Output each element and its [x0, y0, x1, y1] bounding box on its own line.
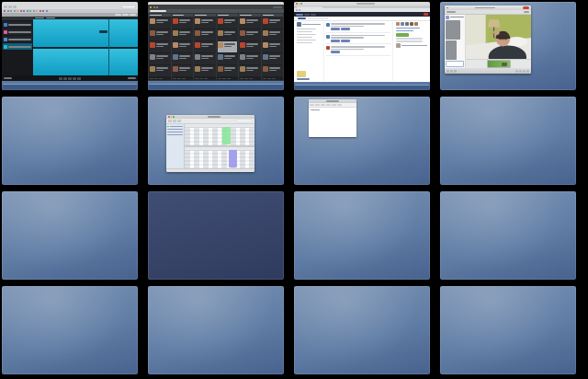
ruler-control[interactable]	[315, 104, 320, 106]
space-11-empty[interactable]	[294, 191, 430, 280]
action-button[interactable]	[331, 51, 340, 53]
friend-thumbnail[interactable]	[405, 22, 409, 26]
toolbar-icon[interactable]	[10, 10, 12, 12]
toolbar-icon[interactable]	[36, 10, 38, 12]
ruler-control[interactable]	[337, 104, 342, 106]
space-2-tweet-columns[interactable]	[148, 2, 284, 90]
self-view-thumbnail[interactable]	[487, 60, 511, 68]
toolbar-icon[interactable]	[17, 10, 18, 12]
column-header[interactable]	[262, 14, 284, 17]
space-4-video-chat[interactable]	[440, 2, 576, 90]
header-item[interactable]	[311, 14, 316, 16]
tweet-item[interactable]	[240, 41, 260, 53]
toolbar-segment[interactable]	[122, 14, 129, 17]
suggestion-link[interactable]	[396, 28, 420, 29]
friend-thumbnail[interactable]	[410, 22, 413, 26]
toolbar-icon[interactable]	[156, 6, 158, 8]
footer-button[interactable]	[272, 78, 276, 80]
suggestion-link[interactable]	[396, 30, 413, 32]
search-field[interactable]	[236, 120, 253, 122]
tweet-item[interactable]	[173, 53, 193, 65]
toolbar-button[interactable]	[13, 6, 17, 8]
footer-button[interactable]	[150, 78, 153, 80]
friend-thumbnail[interactable]	[401, 22, 404, 26]
feed-post[interactable]	[326, 35, 390, 45]
tweet-item[interactable]	[263, 53, 283, 65]
footer-button[interactable]	[249, 78, 253, 80]
green-action-button[interactable]	[396, 33, 409, 37]
end-call-button[interactable]	[523, 6, 529, 9]
footer-button[interactable]	[515, 70, 518, 73]
footer-button[interactable]	[526, 70, 529, 73]
sponsored-row[interactable]	[396, 43, 427, 48]
space-7-text-editor[interactable]	[294, 97, 430, 185]
transport-button[interactable]	[73, 77, 76, 80]
tweet-item[interactable]	[173, 65, 193, 77]
column-header[interactable]	[149, 14, 171, 17]
toolbar-icon[interactable]	[20, 10, 22, 12]
tweet-item[interactable]	[195, 29, 215, 41]
footer-button[interactable]	[447, 70, 449, 73]
message-input[interactable]	[446, 61, 464, 67]
tweet-item[interactable]	[195, 53, 215, 65]
footer-button[interactable]	[177, 78, 181, 80]
space-1-audio-editor[interactable]	[2, 2, 138, 90]
sidebar-link[interactable]	[297, 29, 316, 30]
toolbar-icon[interactable]	[153, 6, 155, 8]
ad-link[interactable]	[297, 78, 310, 80]
tweet-item[interactable]	[150, 53, 170, 65]
lower-table[interactable]	[185, 145, 254, 168]
toolbar-segment[interactable]	[115, 14, 121, 17]
footer-button[interactable]	[154, 78, 158, 80]
timeline-lanes[interactable]	[33, 17, 138, 75]
upper-table[interactable]	[185, 124, 254, 145]
tweet-item[interactable]	[240, 17, 260, 29]
ruler-control[interactable]	[310, 104, 314, 106]
tweet-item[interactable]	[218, 41, 238, 53]
tweet-item[interactable]	[195, 17, 215, 29]
document-area[interactable]	[309, 108, 356, 137]
toolbar-icon[interactable]	[23, 10, 25, 12]
footer-button[interactable]	[240, 78, 243, 80]
tweet-item[interactable]	[195, 65, 215, 77]
space-16-empty[interactable]	[440, 286, 576, 374]
close-button[interactable]	[447, 7, 448, 9]
contact-row[interactable]	[446, 16, 464, 19]
toolbar-icon[interactable]	[46, 10, 48, 12]
footer-button[interactable]	[519, 70, 522, 73]
minimize-button[interactable]	[299, 3, 300, 5]
page-search-field[interactable]	[308, 17, 328, 19]
footer-button[interactable]	[227, 78, 231, 80]
space-3-browser-social[interactable]	[294, 2, 430, 90]
tweet-item[interactable]	[150, 17, 170, 29]
footer-button[interactable]	[267, 78, 271, 80]
source-item[interactable]	[167, 126, 183, 128]
tweet-item[interactable]	[150, 41, 170, 53]
waveform-lane-1[interactable]	[33, 19, 138, 47]
source-item[interactable]	[167, 129, 183, 131]
tweet-column[interactable]	[217, 14, 239, 80]
source-item[interactable]	[167, 132, 183, 133]
tweet-item[interactable]	[218, 53, 238, 65]
toolbar-icon[interactable]	[150, 6, 152, 8]
footer-button[interactable]	[173, 78, 176, 80]
tweet-item[interactable]	[240, 53, 260, 65]
tweet-column[interactable]	[262, 14, 284, 80]
tweet-item[interactable]	[173, 29, 193, 41]
tweet-item[interactable]	[218, 65, 238, 77]
track-row[interactable]	[3, 29, 32, 35]
column-header[interactable]	[239, 14, 261, 17]
space-5-empty[interactable]	[2, 97, 138, 185]
footer-button[interactable]	[218, 78, 221, 80]
footer-button[interactable]	[263, 78, 266, 80]
sidebar-link[interactable]	[297, 31, 312, 33]
footer-button[interactable]	[182, 78, 186, 80]
space-12-empty[interactable]	[440, 191, 576, 280]
toolbar-segment[interactable]	[130, 14, 136, 17]
toolbar-icon[interactable]	[4, 10, 6, 12]
column-header[interactable]	[172, 14, 194, 17]
waveform-lane-2[interactable]	[33, 47, 138, 76]
profile-row[interactable]	[297, 22, 321, 27]
space-15-empty[interactable]	[294, 286, 430, 374]
tweet-column[interactable]	[172, 14, 194, 80]
